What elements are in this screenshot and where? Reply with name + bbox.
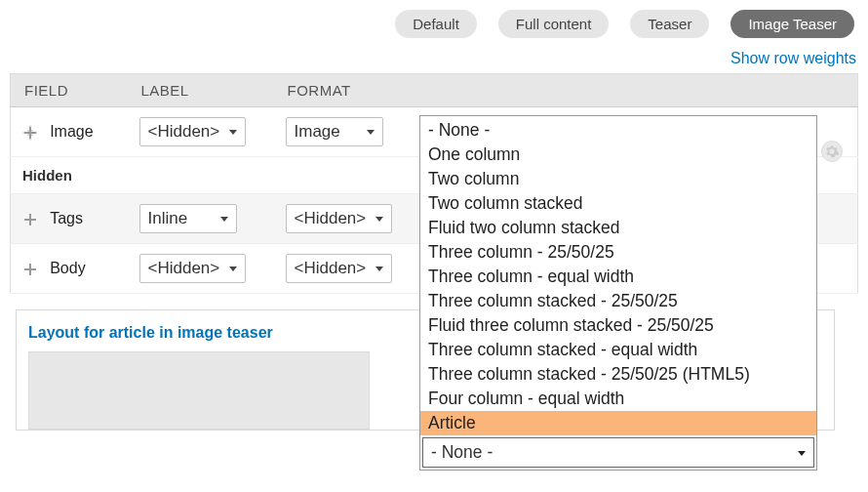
show-row-weights-wrapper: Show row weights: [0, 38, 868, 73]
layout-option-fluid-three-column-stacked[interactable]: Fluid three column stacked - 25/50/25: [420, 313, 816, 338]
layout-option-three-column-stacked-equal[interactable]: Three column stacked - equal width: [420, 338, 816, 362]
col-header-field: FIELD: [11, 74, 128, 107]
drag-handle-icon[interactable]: [22, 212, 38, 227]
layout-option-three-column-stacked-html5[interactable]: Three column stacked - 25/50/25 (HTML5): [420, 362, 816, 387]
format-select-image[interactable]: Image: [286, 117, 383, 146]
layout-select[interactable]: - None -: [422, 437, 814, 468]
layout-select-value: - None -: [423, 438, 813, 467]
format-select-body[interactable]: <Hidden>: [286, 254, 393, 283]
layout-option-article[interactable]: Article: [420, 411, 816, 435]
gear-icon[interactable]: [821, 141, 843, 162]
layout-option-none[interactable]: - None -: [420, 118, 816, 143]
tab-default[interactable]: Default: [395, 10, 477, 38]
drag-handle-icon[interactable]: [22, 262, 38, 277]
show-row-weights-link[interactable]: Show row weights: [730, 50, 856, 66]
layout-option-two-column-stacked[interactable]: Two column stacked: [420, 191, 816, 216]
layout-option-fluid-two-column-stacked[interactable]: Fluid two column stacked: [420, 216, 816, 240]
tab-teaser[interactable]: Teaser: [630, 10, 709, 38]
layout-listbox[interactable]: - None - One column Two column Two colum…: [419, 115, 817, 471]
field-name: Image: [50, 123, 93, 140]
label-select-image[interactable]: <Hidden>: [139, 117, 247, 146]
layout-option-two-column[interactable]: Two column: [420, 167, 816, 191]
layout-option-three-column-stacked-255025[interactable]: Three column stacked - 25/50/25: [420, 289, 816, 313]
tab-full-content[interactable]: Full content: [498, 10, 610, 38]
format-select-tags[interactable]: <Hidden>: [286, 204, 393, 233]
layout-option-three-column-equal[interactable]: Three column - equal width: [420, 265, 816, 289]
drag-handle-icon[interactable]: [22, 125, 38, 141]
label-select-tags[interactable]: Inline: [139, 204, 237, 233]
layout-option-one-column[interactable]: One column: [420, 143, 816, 167]
layout-preview: [28, 351, 370, 430]
tab-image-teaser[interactable]: Image Teaser: [730, 10, 854, 38]
label-select-body[interactable]: <Hidden>: [139, 254, 247, 283]
layout-option-four-column-equal[interactable]: Four column - equal width: [420, 387, 816, 411]
col-header-format: FORMAT: [274, 74, 858, 107]
col-header-label: LABEL: [128, 74, 274, 107]
view-mode-tabs: Default Full content Teaser Image Teaser: [0, 0, 868, 38]
field-name: Tags: [50, 210, 83, 226]
field-name: Body: [50, 260, 85, 276]
layout-option-three-column-255025[interactable]: Three column - 25/50/25: [420, 240, 816, 265]
